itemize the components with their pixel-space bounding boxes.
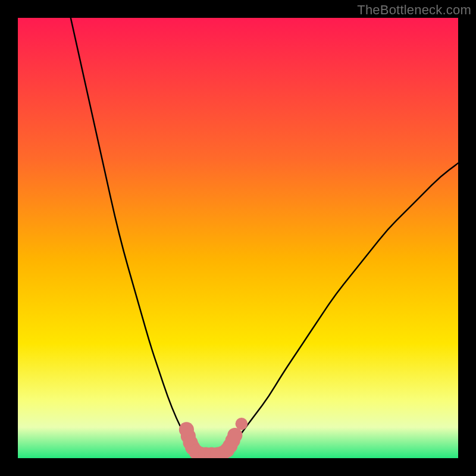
marker-dot bbox=[236, 418, 248, 430]
chart-frame: TheBottleneck.com bbox=[0, 0, 476, 476]
gradient-background bbox=[18, 18, 458, 458]
plot-area bbox=[18, 18, 458, 458]
marker-dot bbox=[227, 428, 242, 443]
watermark-text: TheBottleneck.com bbox=[357, 2, 471, 18]
chart-svg bbox=[18, 18, 458, 458]
